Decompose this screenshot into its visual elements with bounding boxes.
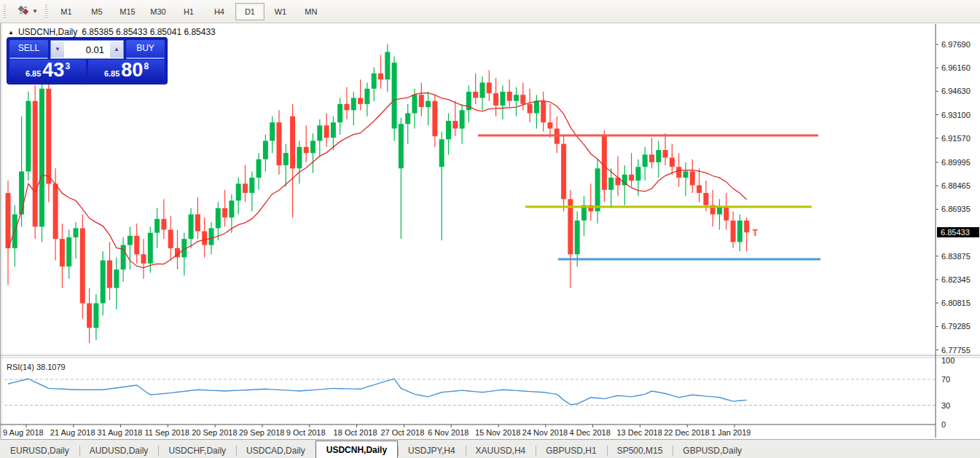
chart-tab-bar: EURUSD,DailyAUDUSD,DailyUSDCHF,DailyUSDC… [0, 439, 980, 458]
price-axis: 6.976906.961606.946306.931006.915706.899… [936, 40, 971, 355]
timeframe-button-m1[interactable]: M1 [52, 3, 81, 20]
svg-text:11 Sep 2018: 11 Sep 2018 [144, 428, 189, 437]
svg-text:13 Dec 2018: 13 Dec 2018 [616, 428, 662, 437]
svg-text:9 Aug 2018: 9 Aug 2018 [3, 428, 44, 437]
chart-tab-usdjpy-h4[interactable]: USDJPY,H4 [398, 443, 465, 458]
svg-text:22 Dec 2018: 22 Dec 2018 [664, 428, 709, 437]
chart-tab-gbpusd-h1[interactable]: GBPUSD,H1 [536, 443, 606, 458]
indicators-icon [17, 4, 29, 19]
volume-decrease-button[interactable]: ▼ [51, 42, 64, 58]
sell-price-point: 3 [65, 61, 70, 71]
svg-text:6.77755: 6.77755 [941, 346, 971, 355]
buy-price[interactable]: 6.85 80 8 [88, 60, 165, 82]
chart-window[interactable]: T6.976906.961606.946306.931006.915706.89… [0, 23, 980, 438]
svg-text:6.93100: 6.93100 [941, 111, 971, 119]
time-axis: 9 Aug 201821 Aug 201831 Aug 201811 Sep 2… [3, 425, 750, 437]
timeframe-button-h4[interactable]: H4 [205, 3, 234, 20]
candlesticks [6, 44, 750, 344]
svg-text:30: 30 [941, 401, 950, 410]
rsi-axis: 10070300 [941, 356, 954, 430]
sell-price[interactable]: 6.85 43 3 [9, 60, 86, 82]
rsi-line [8, 379, 747, 404]
mt4-terminal: ▼ M1M5M15M30H1H4D1W1MN T6.976906.961606.… [0, 0, 980, 458]
timeframe-button-w1[interactable]: W1 [266, 3, 295, 20]
svg-text:15 Nov 2018: 15 Nov 2018 [475, 428, 520, 437]
svg-text:6.80815: 6.80815 [941, 299, 971, 307]
chevron-down-icon[interactable]: ▼ [32, 8, 38, 15]
svg-text:70: 70 [941, 375, 950, 384]
svg-text:6.79285: 6.79285 [941, 322, 971, 331]
timeframe-button-mn[interactable]: MN [297, 3, 326, 20]
chart-tab-gbpusd-daily[interactable]: GBPUSD,Daily [673, 443, 752, 458]
timeframe-button-m5[interactable]: M5 [82, 3, 111, 20]
volume-input[interactable]: 0.01 [64, 44, 110, 55]
buy-button[interactable]: BUY [126, 40, 165, 59]
price-chart[interactable]: T6.976906.961606.946306.931006.915706.89… [1, 23, 980, 438]
trade-marker[interactable]: T [753, 228, 758, 238]
svg-text:24 Nov 2018: 24 Nov 2018 [522, 428, 568, 437]
timeframe-button-m30[interactable]: M30 [144, 3, 173, 20]
current-price-value: 6.85433 [941, 228, 970, 237]
volume-increase-button[interactable]: ▲ [110, 42, 123, 58]
rsi-indicator-label: RSI(14) 38.1079 [7, 363, 66, 371]
chart-tab-eurusd-daily[interactable]: EURUSD,Daily [0, 443, 79, 458]
one-click-trading-panel: SELL ▼ 0.01 ▲ BUY 6.85 43 3 6.85 80 8 [7, 38, 167, 84]
svg-text:27 Oct 2018: 27 Oct 2018 [380, 428, 424, 437]
timeframe-button-h1[interactable]: H1 [174, 3, 203, 20]
svg-text:6.89995: 6.89995 [941, 158, 971, 167]
svg-text:6.83875: 6.83875 [941, 252, 971, 261]
svg-text:29 Sep 2018: 29 Sep 2018 [239, 428, 284, 437]
rsi-pane [4, 379, 936, 406]
chart-ohlc-quote: 6.85385 6.85433 6.85041 6.85433 [82, 27, 216, 37]
svg-text:6.97690: 6.97690 [941, 40, 971, 49]
timeframe-button-m15[interactable]: M15 [113, 3, 142, 20]
timeframe-button-d1[interactable]: D1 [235, 3, 264, 20]
svg-text:6.94630: 6.94630 [941, 87, 971, 95]
chart-symbol-label: USDCNH,Daily [18, 27, 77, 37]
svg-text:18 Oct 2018: 18 Oct 2018 [334, 428, 377, 437]
chart-tab-usdcad-daily[interactable]: USDCAD,Daily [236, 443, 315, 458]
svg-text:1 Jan 2019: 1 Jan 2019 [711, 428, 750, 437]
svg-text:6.88465: 6.88465 [941, 181, 971, 190]
chart-tab-sp500-m15[interactable]: SP500,M15 [607, 443, 673, 458]
chart-tab-audusd-daily[interactable]: AUDUSD,Daily [79, 443, 159, 458]
buy-price-pips: 80 [121, 60, 143, 80]
svg-text:6.91570: 6.91570 [941, 134, 971, 143]
indicators-button[interactable]: ▼ [14, 3, 42, 20]
svg-text:31 Aug 2018: 31 Aug 2018 [98, 428, 143, 437]
buy-price-point: 8 [144, 61, 149, 71]
chart-title: ▲ USDCNH,Daily 6.85385 6.85433 6.85041 6… [8, 27, 216, 37]
chart-tab-usdchf-daily[interactable]: USDCHF,Daily [158, 443, 236, 458]
svg-text:0: 0 [941, 420, 946, 429]
svg-text:100: 100 [941, 356, 954, 365]
sell-price-pips: 43 [42, 60, 64, 80]
svg-text:6 Nov 2018: 6 Nov 2018 [428, 428, 469, 437]
volume-stepper: ▼ 0.01 ▲ [50, 40, 124, 59]
chart-tab-usdcnh-daily[interactable]: USDCNH,Daily [315, 441, 398, 458]
toolbar-separator [44, 4, 48, 20]
timeframe-toolbar: ▼ M1M5M15M30H1H4D1W1MN [0, 0, 980, 23]
svg-text:20 Sep 2018: 20 Sep 2018 [192, 428, 237, 437]
svg-text:21 Aug 2018: 21 Aug 2018 [50, 428, 95, 437]
collapse-icon[interactable]: ▲ [8, 29, 14, 36]
sell-button[interactable]: SELL [9, 40, 48, 59]
svg-text:6.86935: 6.86935 [941, 205, 971, 213]
timeframe-buttons: M1M5M15M30H1H4D1W1MN [51, 3, 326, 20]
svg-text:6.82345: 6.82345 [941, 275, 971, 284]
chart-tab-xauusd-h4[interactable]: XAUUSD,H4 [466, 443, 536, 458]
toolbar-grip[interactable] [3, 4, 7, 20]
buy-price-prefix: 6.85 [104, 69, 119, 78]
svg-text:4 Dec 2018: 4 Dec 2018 [570, 428, 611, 437]
svg-text:6.96160: 6.96160 [941, 63, 971, 72]
sell-price-prefix: 6.85 [26, 69, 41, 78]
svg-text:9 Oct 2018: 9 Oct 2018 [286, 428, 326, 437]
